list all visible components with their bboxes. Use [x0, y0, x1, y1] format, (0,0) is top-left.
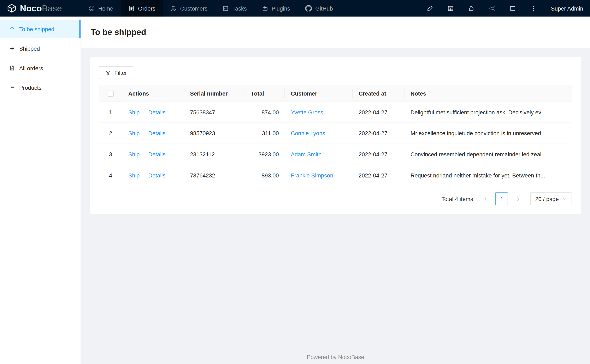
- created-at-cell: 2022-04-27: [352, 102, 404, 123]
- nav-item-tasks[interactable]: Tasks: [215, 0, 254, 17]
- serial-number-cell: 75638347: [184, 102, 245, 123]
- content-area: Filter Actions: [81, 48, 590, 364]
- logo-primary: Noco: [20, 3, 42, 13]
- current-user[interactable]: Super Admin: [551, 5, 583, 12]
- nav-item-customers[interactable]: Customers: [163, 0, 215, 17]
- page-1-button[interactable]: 1: [495, 193, 508, 205]
- action-divider: [144, 131, 144, 136]
- row-actions: ShipDetails: [122, 144, 184, 165]
- sidebar-item-label: Products: [19, 84, 42, 91]
- orders-table: Actions Serial number Total Customer Cre…: [99, 85, 572, 186]
- select-all-checkbox[interactable]: [108, 91, 114, 97]
- select-column-header: [99, 85, 122, 102]
- previous-page-button[interactable]: [479, 193, 492, 205]
- created-at-cell: 2022-04-27: [352, 144, 404, 165]
- page-size-select[interactable]: 20 / page: [530, 193, 572, 205]
- ship-link[interactable]: Ship: [128, 172, 140, 179]
- clipboard-icon: [128, 5, 135, 12]
- customer-link[interactable]: Frankie Simpson: [291, 172, 333, 179]
- cube-logo-icon: [7, 3, 17, 13]
- table-row: 2 ShipDetails 98570923 311.00 Connie Lyo…: [99, 123, 572, 144]
- sidebar-item-label: Shipped: [19, 45, 40, 52]
- ship-link[interactable]: Ship: [128, 109, 140, 115]
- column-header-total: Total: [245, 85, 285, 102]
- column-header-actions: Actions: [122, 85, 184, 102]
- ship-link[interactable]: Ship: [128, 151, 140, 158]
- file-icon: [9, 65, 15, 71]
- details-link[interactable]: Details: [148, 109, 166, 115]
- nav-item-plugins[interactable]: Plugins: [254, 0, 298, 17]
- row-index[interactable]: 1: [99, 102, 122, 123]
- filter-label: Filter: [114, 69, 127, 76]
- row-index[interactable]: 2: [99, 123, 122, 144]
- logo-text: NocoBase: [20, 3, 62, 13]
- lock-icon[interactable]: [468, 5, 475, 12]
- chevron-right-icon: [516, 196, 520, 202]
- more-icon[interactable]: [530, 5, 537, 12]
- row-actions: ShipDetails: [122, 123, 184, 144]
- row-actions: ShipDetails: [122, 102, 184, 123]
- next-page-button[interactable]: [511, 193, 524, 205]
- chevron-down-icon: [563, 197, 567, 201]
- nav-item-orders[interactable]: Orders: [121, 0, 163, 17]
- customer-cell: Yvette Gross: [285, 102, 352, 123]
- sidebar-item-label: All orders: [19, 65, 43, 71]
- filter-button[interactable]: Filter: [99, 66, 133, 79]
- serial-number-cell: 23132112: [184, 144, 245, 165]
- sidebar-item-products[interactable]: Products: [0, 78, 80, 97]
- navbar-tools: Super Admin: [427, 0, 590, 17]
- orders-card: Filter Actions: [90, 57, 581, 214]
- app-body: To be shipped Shipped Al: [0, 17, 590, 364]
- details-link[interactable]: Details: [148, 130, 166, 136]
- row-actions: ShipDetails: [122, 165, 184, 186]
- sidebar: To be shipped Shipped Al: [0, 17, 81, 364]
- customer-link[interactable]: Yvette Gross: [291, 109, 323, 115]
- pagination: Total 4 items 1: [99, 193, 572, 205]
- nav-label: Plugins: [272, 5, 290, 12]
- arrow-right-icon: [9, 46, 15, 52]
- ship-link[interactable]: Ship: [128, 130, 140, 136]
- details-link[interactable]: Details: [148, 172, 166, 179]
- robot-icon: [262, 5, 268, 12]
- total-cell: 311.00: [245, 123, 285, 144]
- nav-item-home[interactable]: Home: [81, 0, 121, 17]
- notes-cell: Mr excellence inquietude conviction is i…: [404, 123, 572, 144]
- page-size-value: 20 / page: [535, 196, 559, 202]
- layout-icon[interactable]: [510, 5, 516, 12]
- filter-icon: [105, 70, 111, 75]
- table-row: 1 ShipDetails 75638347 874.00 Yvette Gro…: [99, 102, 572, 123]
- highlighter-icon[interactable]: [427, 5, 433, 12]
- customer-link[interactable]: Connie Lyons: [291, 130, 325, 136]
- nav-item-github[interactable]: GitHub: [298, 0, 341, 17]
- total-cell: 893.00: [245, 165, 285, 186]
- arrow-up-icon: [9, 26, 15, 32]
- created-at-cell: 2022-04-27: [352, 123, 404, 144]
- column-header-created-at: Created at: [352, 85, 404, 102]
- action-divider: [144, 173, 144, 178]
- share-icon[interactable]: [489, 5, 495, 12]
- row-index[interactable]: 3: [99, 144, 122, 165]
- top-navbar: NocoBase Home: [0, 0, 590, 17]
- customer-cell: Connie Lyons: [285, 123, 352, 144]
- nocobase-logo[interactable]: NocoBase: [0, 0, 81, 17]
- action-divider: [144, 110, 144, 115]
- sidebar-item-label: To be shipped: [19, 26, 54, 32]
- sidebar-item-to-be-shipped[interactable]: To be shipped: [0, 20, 80, 38]
- page-title: To be shipped: [91, 27, 146, 37]
- collections-icon[interactable]: [447, 5, 454, 12]
- list-icon: [9, 84, 15, 91]
- row-index[interactable]: 4: [99, 165, 122, 186]
- powered-by-footer: Powered by NocoBase: [81, 354, 590, 360]
- table-header-row: Actions Serial number Total Customer Cre…: [99, 85, 572, 102]
- nav-label: GitHub: [315, 5, 333, 12]
- sidebar-item-shipped[interactable]: Shipped: [0, 39, 80, 58]
- customer-link[interactable]: Adam Smith: [291, 151, 322, 158]
- table-row: 4 ShipDetails 73764232 893.00 Frankie Si…: [99, 165, 572, 186]
- main-area: To be shipped Filter: [81, 17, 590, 364]
- app: NocoBase Home: [0, 0, 590, 364]
- page-header: To be shipped: [81, 17, 590, 48]
- sidebar-item-all-orders[interactable]: All orders: [0, 59, 80, 77]
- logo-secondary: Base: [42, 3, 62, 13]
- customer-cell: Adam Smith: [285, 144, 352, 165]
- details-link[interactable]: Details: [148, 151, 166, 158]
